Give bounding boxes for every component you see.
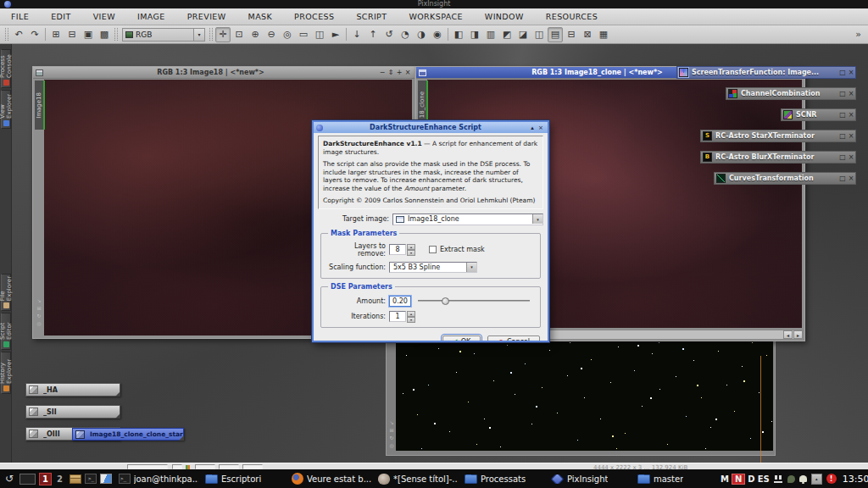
process-window-starxterminator[interactable]: S RC-Astro StarXTerminator □ × [700, 130, 856, 142]
task-terminal[interactable]: joan@thinkpa... [119, 474, 198, 484]
close-icon[interactable]: × [847, 109, 855, 120]
move-tool-icon[interactable]: ✛ [215, 27, 231, 42]
workspace-2-button[interactable]: 2 [53, 473, 66, 485]
dialog-titlebar[interactable]: DarkStructureEnhance Script ▴ × [314, 122, 548, 133]
cancel-button[interactable]: ⊘ Cancel [487, 336, 540, 343]
image18-window-titlebar[interactable]: RGB 1:3 Image18 | <*new*> − ⇕ + × [33, 67, 415, 79]
spin-up-icon[interactable]: ▴ [407, 311, 415, 317]
close-icon[interactable]: × [847, 152, 855, 163]
readout-preview-icon[interactable]: ◔ [398, 27, 413, 42]
slider-track[interactable] [418, 300, 530, 302]
redo-icon[interactable]: ↷ [27, 27, 42, 42]
chevron-down-icon[interactable]: ▾ [466, 263, 476, 272]
amount-slider[interactable] [418, 296, 530, 307]
spin-down-icon[interactable]: ▾ [407, 317, 415, 323]
sidebar-tab-process-console[interactable]: Process Console [1, 49, 11, 88]
fit-window-icon[interactable]: ▤ [548, 27, 563, 42]
load-icon[interactable]: ↑ [365, 27, 381, 42]
task-browser[interactable]: Veure estat b... [292, 473, 371, 485]
image-identifier-icon[interactable]: ⊞ [48, 27, 64, 42]
menu-item[interactable]: PROCESS [283, 8, 345, 25]
alert-icon[interactable]: ! [826, 474, 837, 484]
process-window-scnr[interactable]: SCNR □ × [781, 108, 856, 121]
menu-item[interactable]: FILE [0, 8, 40, 25]
process-window-channelcombination[interactable]: ChannelCombination □ × [726, 87, 856, 100]
amount-input[interactable]: 0.20 [389, 296, 411, 307]
stars-image-window[interactable]: ↘⊞↻◎ [386, 336, 776, 456]
window-menu-icon[interactable] [36, 69, 43, 76]
shade-button[interactable]: ⇕ [387, 67, 395, 78]
menu-item[interactable]: RESOURCES [535, 8, 609, 25]
workspace-pager-icon[interactable] [19, 474, 36, 485]
toolbar-drag-handle[interactable] [5, 28, 8, 41]
workspace-1-button[interactable]: 1 [39, 473, 52, 485]
bell-icon[interactable] [799, 475, 807, 482]
tray-indicator-m[interactable]: M [721, 474, 729, 484]
close-icon[interactable]: × [537, 123, 545, 133]
restore-button[interactable]: □ [838, 88, 847, 99]
zoom-button[interactable]: + [395, 67, 403, 78]
keyboard-layout-indicator[interactable]: ES [758, 474, 770, 484]
chevron-down-icon[interactable]: ▾ [193, 29, 204, 41]
zoom-indicator-icon[interactable]: ⊞ [387, 427, 396, 433]
sidebar-tab-history-explorer[interactable]: History Explorer [1, 352, 11, 394]
task-pixinsight[interactable]: PixInsight [551, 474, 631, 484]
resize-corner-icon[interactable]: ↘ [35, 297, 43, 303]
close-icon[interactable]: × [847, 88, 855, 99]
shade-button[interactable]: ▴ [528, 123, 537, 133]
tray-indicator-n[interactable]: N [732, 474, 745, 485]
slider-thumb[interactable] [442, 297, 449, 305]
restore-button[interactable]: □ [838, 67, 847, 78]
restore-button[interactable]: □ [838, 173, 847, 184]
zoom-to-fit-icon[interactable]: ⊡ [231, 27, 247, 42]
terminal-launcher-icon[interactable] [85, 474, 97, 484]
sidebar-tab-view-explorer[interactable]: View Explorer [1, 90, 11, 129]
toolbar-drag-handle[interactable] [114, 28, 118, 41]
close-icon[interactable]: × [847, 173, 855, 184]
reset-icon[interactable]: ↺ [381, 27, 397, 42]
scroll-left-button[interactable]: ◂ [783, 330, 793, 339]
menu-item[interactable]: SCRIPT [345, 8, 398, 25]
split-vertical-icon[interactable]: ◨ [467, 27, 482, 42]
close-all-icon[interactable]: ⊠ [580, 27, 595, 42]
ok-button[interactable]: ✔ OK [442, 336, 481, 343]
image18-selector-tab[interactable]: Image18 [35, 80, 43, 130]
task-gimp[interactable]: *[Sense títol]-... [378, 474, 458, 485]
spin-up-icon[interactable]: ▴ [407, 244, 415, 250]
center-image-icon[interactable]: ◎ [280, 27, 295, 42]
sync-views-icon[interactable]: ↻ [387, 435, 396, 441]
save-icon[interactable]: ↓ [349, 27, 364, 42]
cascade-windows-icon[interactable]: ◩ [499, 27, 515, 42]
scaling-function-dropdown[interactable]: 5x5 B3 Spline ▾ [389, 262, 477, 273]
volume-icon[interactable]: ▴ [811, 474, 822, 485]
view-selector-dropdown[interactable]: RGB ▾ [122, 28, 205, 42]
process-window-curvestransformation[interactable]: CurvesTransformation □ × [714, 172, 856, 185]
select-mask-icon[interactable]: ▣ [81, 27, 96, 42]
task-file-manager-desktop[interactable]: Escriptori [205, 474, 285, 484]
task-folder-processats[interactable]: Processats [465, 474, 544, 484]
process-window-blurxterminator[interactable]: B RC-Astro BlurXTerminator □ × [700, 151, 856, 164]
duplicate-image-icon[interactable]: ⊟ [64, 27, 80, 42]
menu-item[interactable]: WINDOW [474, 8, 535, 25]
track-target-icon[interactable]: ◎ [387, 442, 396, 448]
spin-down-icon[interactable]: ▾ [407, 250, 415, 256]
menu-item[interactable]: MASK [237, 8, 284, 25]
show-desktop-icon[interactable]: ↺ [3, 473, 16, 485]
zoom-out-icon[interactable]: ⊖ [264, 27, 279, 42]
image-icon-stars[interactable]: Image18_clone_clone_stars [72, 428, 184, 441]
restore-button[interactable]: □ [838, 109, 847, 120]
close-icon[interactable]: × [847, 130, 855, 141]
menu-item[interactable]: PREVIEW [176, 8, 237, 25]
sidebar-tab-script-editor[interactable]: Script Editor [1, 313, 11, 350]
show-mask-icon[interactable]: ▩ [97, 27, 112, 42]
image-icon-sii[interactable]: _SII [25, 405, 120, 419]
track-target-icon[interactable]: ◎ [35, 320, 43, 326]
shrink-window-icon[interactable]: ◫ [531, 27, 547, 42]
readout-mode-icon[interactable]: ◑ [414, 27, 429, 42]
toolbar-overflow-button[interactable]: » [851, 29, 865, 40]
image-icon-ha[interactable]: _HA [25, 383, 120, 396]
split-horizontal-icon[interactable]: ◧ [451, 27, 466, 42]
expand-window-icon[interactable]: ◪ [515, 27, 531, 42]
undo-icon[interactable]: ↶ [11, 27, 26, 42]
task-folder-master[interactable]: master [637, 474, 717, 484]
